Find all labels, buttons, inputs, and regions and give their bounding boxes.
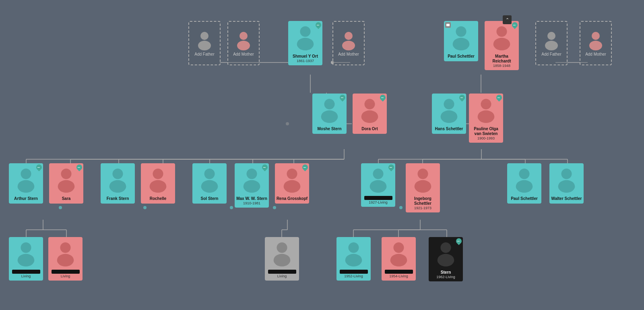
svg-point-70 xyxy=(545,41,558,50)
svg-point-73 xyxy=(324,99,335,109)
svg-point-92 xyxy=(244,180,260,192)
ingeborg-card[interactable]: Ingeborg Schettler 1921-1973 xyxy=(406,163,440,212)
dora-ort-card[interactable]: Dora Ort xyxy=(353,94,387,134)
add-mother-paul[interactable]: Add Mother xyxy=(580,21,612,65)
svg-point-75 xyxy=(365,99,375,109)
svg-point-59 xyxy=(237,41,250,50)
svg-point-79 xyxy=(481,99,491,109)
svg-point-111 xyxy=(394,242,404,253)
rochelle-avatar xyxy=(141,163,175,196)
svg-point-103 xyxy=(21,242,31,253)
moshe-stern-card[interactable]: Moshe Stern xyxy=(312,94,347,134)
svg-point-99 xyxy=(519,169,530,179)
stern-child2-dates: Living xyxy=(61,274,70,278)
max-child-dates: Living xyxy=(277,274,287,278)
svg-point-60 xyxy=(300,26,311,37)
stern-male-dates: 1927-Living xyxy=(369,200,388,204)
arthur-stern-card[interactable]: Arthur Stern xyxy=(9,163,43,204)
martha-name: Martha Reichardt xyxy=(485,53,519,64)
martha-dates: 1858-1948 xyxy=(493,64,510,68)
stern-1962-card[interactable]: Stern 1962-Living xyxy=(429,237,463,281)
svg-point-108 xyxy=(274,254,291,266)
stern-child2-avatar xyxy=(48,237,83,269)
walter-card[interactable]: Walter Schettler xyxy=(549,163,584,204)
stern-1954-card[interactable]: 1954-Living xyxy=(382,237,416,281)
family-tree-container: Add Father Add Mother Shmuel Y Ort 1861-… xyxy=(0,0,644,310)
svg-point-97 xyxy=(418,169,428,179)
shmuel-name: Shmuel Y Ort xyxy=(291,53,319,59)
hans-name: Hans Schettler xyxy=(433,126,464,131)
svg-point-68 xyxy=(493,37,510,50)
stern-redacted-male-card[interactable]: 1927-Living xyxy=(361,163,395,207)
svg-point-106 xyxy=(57,254,74,266)
svg-point-85 xyxy=(113,169,123,179)
svg-point-72 xyxy=(589,41,602,50)
paul-schettler-card[interactable]: Paul Schettler xyxy=(444,21,478,61)
stern-child1-dates: Living xyxy=(21,274,31,278)
svg-point-51 xyxy=(59,206,62,209)
svg-point-49 xyxy=(286,122,289,125)
rena-name: Rena Grosskopf xyxy=(275,196,309,201)
add-father-paul-label: Add Father xyxy=(541,52,561,56)
add-father-paul[interactable]: Add Father xyxy=(535,21,568,65)
stern-child1-redact xyxy=(12,270,40,274)
pauline-dates: 1900-1993 xyxy=(477,136,495,140)
stern-1954-dates: 1954-Living xyxy=(389,274,408,278)
martha-reichardt-card[interactable]: Martha Reichardt 1858-1948 xyxy=(485,21,519,70)
stern-1952-card[interactable]: 1952-Living xyxy=(336,237,371,281)
pauline-card[interactable]: Pauline Olga van Swieten 1900-1993 xyxy=(469,94,503,143)
add-mother-avatar xyxy=(235,30,253,50)
stern-1962-name: Stern xyxy=(440,269,452,275)
ingeborg-name: Ingeborg Schettler xyxy=(406,196,440,206)
svg-point-53 xyxy=(230,206,233,209)
stern-child2-card[interactable]: Living xyxy=(48,237,83,281)
svg-point-67 xyxy=(497,26,507,37)
max-dates: 1910-1981 xyxy=(243,201,260,205)
max-child-card[interactable]: Living xyxy=(265,237,299,281)
add-father-label: Add Father xyxy=(194,52,214,56)
frank-avatar xyxy=(101,163,135,196)
hans-schettler-card[interactable]: Hans Schettler xyxy=(432,94,466,134)
svg-point-74 xyxy=(321,110,338,123)
svg-point-96 xyxy=(370,180,387,192)
add-mother-shmuel-left[interactable]: Add Mother xyxy=(227,21,260,65)
paul-name: Paul Schettler xyxy=(446,53,476,59)
svg-point-80 xyxy=(478,110,495,123)
walter-name: Walter Schettler xyxy=(550,196,583,201)
svg-point-54 xyxy=(273,206,276,209)
paul-schettler-gen3-card[interactable]: Paul Schettler xyxy=(507,163,541,204)
stern-1954-redact xyxy=(385,270,413,274)
svg-point-87 xyxy=(153,169,163,179)
add-father-shmuel[interactable]: Add Father xyxy=(188,21,221,65)
add-father-paul-avatar xyxy=(543,30,561,50)
stern-1952-redact xyxy=(340,270,368,274)
svg-point-84 xyxy=(58,180,75,192)
svg-point-89 xyxy=(204,169,215,179)
svg-point-56 xyxy=(200,32,208,40)
rena-card[interactable]: Rena Grosskopf xyxy=(275,163,309,204)
svg-point-61 xyxy=(297,37,314,50)
svg-point-66 xyxy=(453,37,470,50)
stern-male-redact xyxy=(364,196,392,200)
svg-rect-64 xyxy=(446,24,450,26)
svg-point-88 xyxy=(150,180,167,192)
collapse-button[interactable]: ⌃ xyxy=(503,15,512,24)
moshe-name: Moshe Stern xyxy=(316,126,343,131)
shmuel-ort-card[interactable]: Shmuel Y Ort 1861-1937 xyxy=(288,21,322,65)
max-stern-card[interactable]: Max W. W. Stern 1910-1981 xyxy=(235,163,269,208)
add-mother-shmuel-right[interactable]: Add Mother xyxy=(332,21,365,65)
rochelle-card[interactable]: Rochelle xyxy=(141,163,175,204)
svg-point-69 xyxy=(547,32,555,40)
stern-1962-dates: 1962-Living xyxy=(436,275,455,279)
sol-stern-card[interactable]: Sol Stern xyxy=(192,163,227,204)
add-mother-right-avatar xyxy=(340,30,358,50)
frank-stern-card[interactable]: Frank Stern xyxy=(101,163,135,204)
stern-child1-card[interactable]: Living xyxy=(9,237,43,281)
add-mother-paul-label: Add Mother xyxy=(585,52,606,56)
svg-point-113 xyxy=(441,242,451,253)
sara-card[interactable]: Sara xyxy=(49,163,83,204)
svg-point-112 xyxy=(390,254,407,266)
stern-child2-redact xyxy=(52,270,80,274)
pauline-name: Pauline Olga van Swieten xyxy=(469,126,503,136)
shmuel-dates: 1861-1937 xyxy=(297,59,314,63)
